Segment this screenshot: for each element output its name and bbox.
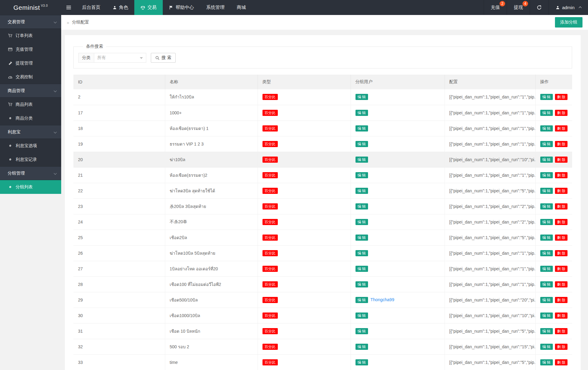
edit-users-button[interactable]: 编 辑 [355, 235, 368, 241]
sidebar-item-interest-records[interactable]: 利息宝记录 [0, 153, 61, 166]
edit-button[interactable]: 编 辑 [540, 110, 553, 116]
edit-button[interactable]: 编 辑 [540, 94, 553, 100]
topnav-recharge-button[interactable]: 充值2 [484, 0, 507, 15]
edit-users-button[interactable]: 编 辑 [355, 203, 368, 209]
sidebar-item-goods-list[interactable]: 商品列表 [0, 98, 61, 111]
edit-users-button[interactable]: 编 辑 [355, 297, 368, 303]
edit-users-button[interactable]: 编 辑 [355, 266, 368, 272]
edit-users-button[interactable]: 编 辑 [355, 328, 368, 334]
delete-button[interactable]: 删 除 [555, 250, 568, 256]
cell-type: 百分比 [258, 167, 351, 183]
delete-button[interactable]: 删 除 [555, 344, 568, 350]
topnav-item-label: 帮助中心 [176, 5, 194, 10]
edit-button[interactable]: 编 辑 [540, 203, 553, 209]
edit-users-button[interactable]: 编 辑 [355, 172, 368, 178]
edit-users-button[interactable]: 编 辑 [355, 344, 368, 350]
edit-button[interactable]: 编 辑 [540, 172, 553, 178]
topnav-item-dashboard[interactable]: 后台首页 [76, 0, 106, 15]
cell-name: เชือด1000/10บิล [165, 308, 258, 323]
edit-button[interactable]: 编 辑 [540, 297, 553, 303]
add-group-button[interactable]: 添加分组 [555, 17, 582, 28]
cart-icon [8, 102, 13, 107]
breadcrumb-bar: » 分组配置 添加分组 [61, 15, 588, 30]
edit-users-button[interactable]: 编 辑 [355, 188, 368, 194]
search-button[interactable]: 搜 索 [151, 53, 176, 63]
edit-users-button[interactable]: 编 辑 [355, 141, 368, 147]
delete-button[interactable]: 删 除 [555, 328, 568, 334]
topnav-withdraw-button[interactable]: 提现4 [507, 0, 530, 15]
sidebar-section-goods-mgmt[interactable]: 商品管理 [0, 84, 61, 98]
edit-button[interactable]: 编 辑 [540, 281, 553, 287]
sidebar-item-goods-category[interactable]: 商品分类 [0, 111, 61, 125]
brand-logo[interactable]: GeministV3.0 [0, 0, 61, 15]
delete-button[interactable]: 删 除 [555, 125, 568, 131]
sidebar-section-group-mgmt[interactable]: 分组管理 [0, 166, 61, 180]
delete-button[interactable]: 删 除 [555, 235, 568, 241]
delete-button[interactable]: 删 除 [555, 297, 568, 303]
sidebar-section-title: 交易管理 [8, 19, 25, 25]
delete-button[interactable]: 删 除 [555, 359, 568, 365]
edit-users-button[interactable]: 编 辑 [355, 94, 368, 100]
edit-button[interactable]: 编 辑 [540, 188, 553, 194]
sidebar-item-group-list[interactable]: 分组列表 [0, 180, 61, 194]
cell-group-users: 编 辑 [351, 120, 445, 136]
cell-id: 19 [73, 136, 165, 152]
delete-button[interactable]: 删 除 [555, 94, 568, 100]
edit-button[interactable]: 编 辑 [540, 157, 553, 163]
edit-button[interactable]: 编 辑 [540, 266, 553, 272]
group-user-link[interactable]: Thongcha99 [370, 297, 394, 302]
edit-button[interactable]: 编 辑 [540, 250, 553, 256]
cell-name: ฆ่าโหด10บิล 5บิลสุดท้าย [165, 245, 258, 261]
topnav-item-system[interactable]: 系统管理 [200, 0, 231, 15]
topnav-item-roles[interactable]: 角色 [106, 0, 134, 15]
delete-button[interactable]: 删 除 [555, 188, 568, 194]
sidebar-item-recharge-mgmt[interactable]: 充值管理 [0, 43, 61, 56]
edit-users-button[interactable]: 编 辑 [355, 110, 368, 116]
topnav-item-mall[interactable]: 商城 [231, 0, 252, 15]
sidebar-item-interest-options[interactable]: 利息宝选项 [0, 139, 61, 153]
delete-button[interactable]: 删 除 [555, 110, 568, 116]
delete-button[interactable]: 删 除 [555, 313, 568, 319]
delete-button[interactable]: 删 除 [555, 172, 568, 178]
edit-users-button[interactable]: 编 辑 [355, 281, 368, 287]
topnav-item-trade[interactable]: 交易 [134, 0, 163, 15]
topnav-menu: 后台首页角色交易帮助中心系统管理商城 [76, 0, 252, 15]
delete-button[interactable]: 删 除 [555, 266, 568, 272]
sidebar-item-trade-control[interactable]: 交易控制 [0, 70, 61, 84]
sidebar-section-trade-mgmt[interactable]: 交易管理 [0, 15, 61, 29]
edit-users-button[interactable]: 编 辑 [355, 125, 368, 131]
edit-button[interactable]: 编 辑 [540, 235, 553, 241]
sidebar-toggle-button[interactable] [61, 0, 76, 15]
edit-button[interactable]: 编 辑 [540, 359, 553, 365]
cell-type: 百分比 [258, 230, 351, 245]
sidebar-section-interest[interactable]: 利息宝 [0, 125, 61, 139]
edit-users-button[interactable]: 编 辑 [355, 359, 368, 365]
topnav-item-help-center[interactable]: 帮助中心 [163, 0, 200, 15]
delete-button[interactable]: 删 除 [555, 157, 568, 163]
sidebar-section-title: 商品管理 [8, 88, 25, 94]
edit-button[interactable]: 编 辑 [540, 344, 553, 350]
sidebar-item-withdraw-mgmt[interactable]: 提现管理 [0, 56, 61, 70]
edit-button[interactable]: 编 辑 [540, 141, 553, 147]
topnav-user-menu[interactable]: admin [549, 0, 588, 15]
delete-button[interactable]: 删 除 [555, 281, 568, 287]
edit-users-button[interactable]: 编 辑 [355, 219, 368, 225]
cell-group-users: 编 辑 [351, 230, 445, 245]
edit-users-button[interactable]: 编 辑 [355, 157, 368, 163]
cell-type: 百分比 [258, 261, 351, 276]
topnav-refresh-button[interactable] [530, 0, 549, 15]
edit-button[interactable]: 编 辑 [540, 328, 553, 334]
sidebar-item-order-list[interactable]: 订单列表 [0, 29, 61, 43]
category-select[interactable]: 所有 [94, 53, 146, 63]
delete-button[interactable]: 删 除 [555, 141, 568, 147]
delete-button[interactable]: 删 除 [555, 203, 568, 209]
table-row: 24不杀20单百分比编 辑[{"pipei_dan_num":1,"pipei_… [73, 214, 572, 230]
edit-button[interactable]: 编 辑 [540, 219, 553, 225]
edit-button[interactable]: 编 辑 [540, 313, 553, 319]
edit-users-button[interactable]: 编 辑 [355, 313, 368, 319]
delete-button[interactable]: 删 除 [555, 219, 568, 225]
main-content: » 分组配置 添加分组 条件搜索 分类 所有 搜 索 [61, 15, 588, 370]
type-badge: 百分比 [262, 141, 278, 147]
edit-button[interactable]: 编 辑 [540, 125, 553, 131]
edit-users-button[interactable]: 编 辑 [355, 250, 368, 256]
